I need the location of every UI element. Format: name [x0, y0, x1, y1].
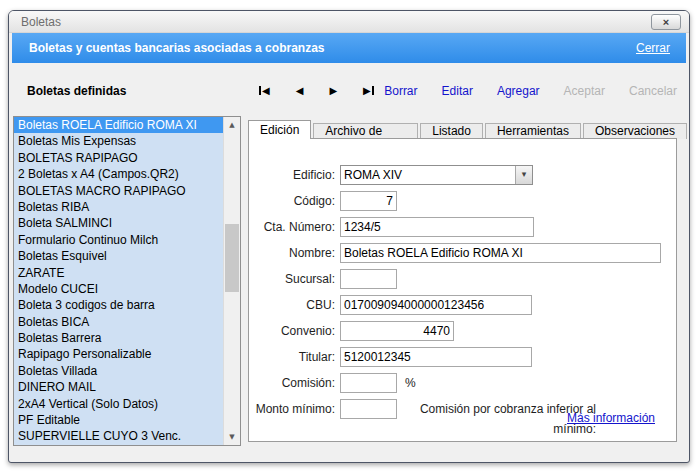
list-item[interactable]: Boletas ROELA Edificio ROMA XI — [14, 117, 223, 133]
agregar-button[interactable]: Agregar — [497, 84, 540, 98]
convenio-label: Convenio: — [249, 321, 335, 341]
arrow-icon: ◀ — [262, 85, 270, 96]
aceptar-button[interactable]: Aceptar — [564, 84, 605, 98]
close-icon: × — [663, 16, 669, 28]
cerrar-link[interactable]: Cerrar — [636, 33, 670, 63]
list-item[interactable]: Rapipago Personalizable — [14, 346, 223, 362]
cbu-row: CBU: — [249, 295, 676, 315]
comision-row: Comisión: % — [249, 373, 676, 393]
cancelar-button[interactable]: Cancelar — [629, 84, 677, 98]
banner-title: Boletas y cuentas bancarias asociadas a … — [29, 33, 324, 63]
codigo-label: Código: — [249, 191, 335, 211]
cbu-label: CBU: — [249, 295, 335, 315]
mas-informacion-link[interactable]: Más información — [567, 411, 655, 425]
scroll-up-icon[interactable]: ▲ — [224, 117, 240, 133]
titular-label: Titular: — [249, 347, 335, 367]
next-record-button[interactable]: ▶ — [329, 83, 337, 97]
boletas-list: Boletas ROELA Edificio ROMA XIBoletas Mi… — [13, 116, 241, 446]
sucursal-input[interactable] — [340, 269, 397, 289]
banner: Boletas y cuentas bancarias asociadas a … — [12, 33, 686, 63]
scroll-down-icon[interactable]: ▼ — [224, 429, 240, 445]
list-title: Boletas definidas — [27, 84, 126, 98]
convenio-row: Convenio: — [249, 321, 676, 341]
sucursal-label: Sucursal: — [249, 269, 335, 289]
comision-input[interactable] — [340, 373, 397, 393]
edificio-value[interactable] — [341, 166, 516, 184]
borrar-button[interactable]: Borrar — [384, 84, 417, 98]
first-record-button[interactable]: ◀ — [259, 83, 270, 97]
editar-button[interactable]: Editar — [442, 84, 473, 98]
titlebar: Boletas × — [9, 11, 689, 33]
record-nav: ◀◀▶▶ — [259, 83, 374, 97]
list-item[interactable]: 2 Boletas x A4 (Campos.QR2) — [14, 166, 223, 182]
list-item[interactable]: Boletas BICA — [14, 314, 223, 330]
list-item[interactable]: Modelo CUCEI — [14, 281, 223, 297]
last-record-button[interactable]: ▶ — [363, 83, 374, 97]
comision-inferior-input[interactable] — [340, 399, 397, 419]
list-item[interactable]: Boletas RIBA — [14, 199, 223, 215]
percent-suffix: % — [405, 373, 416, 393]
list-item[interactable]: Formulario Continuo Milch — [14, 232, 223, 248]
scrollbar-thumb[interactable] — [225, 224, 239, 292]
cbu-input[interactable] — [340, 295, 532, 315]
nombre-input[interactable] — [340, 243, 661, 263]
tab-edicion[interactable]: Edición — [248, 120, 311, 139]
edicion-panel: Edificio: ▾ Código: Cta. Número: Nombre:… — [248, 138, 677, 442]
edificio-dropdown-button[interactable]: ▾ — [515, 166, 532, 184]
list-rows: Boletas ROELA Edificio ROMA XIBoletas Mi… — [14, 117, 223, 445]
list-item[interactable]: 2xA4 Vertical (Solo Datos) — [14, 396, 223, 412]
cta-numero-label: Cta. Número: — [249, 217, 335, 237]
tab-listado[interactable]: Listado — [420, 123, 483, 139]
prev-record-button[interactable]: ◀ — [296, 83, 304, 97]
monto-minimo-label: Monto mínimo: — [249, 399, 335, 419]
sucursal-row: Sucursal: — [249, 269, 676, 289]
list-item[interactable]: Boletas Barrera — [14, 330, 223, 346]
list-item[interactable]: BOLETAS RAPIPAGO — [14, 150, 223, 166]
tab-strip: EdiciónArchivo de diseñoListadoHerramien… — [248, 120, 689, 139]
nombre-label: Nombre: — [249, 243, 335, 263]
tab-herramientas[interactable]: Herramientas — [485, 123, 581, 139]
comision-label: Comisión: — [249, 373, 335, 393]
window-title: Boletas — [21, 11, 61, 33]
action-buttons: BorrarEditarAgregarAceptarCancelar — [384, 84, 677, 98]
list-item[interactable]: DINERO MAIL — [14, 379, 223, 395]
list-item[interactable]: Boleta 3 codigos de barra — [14, 297, 223, 313]
list-item[interactable]: Boletas Mis Expensas — [14, 133, 223, 149]
titular-input[interactable] — [340, 347, 532, 367]
convenio-input[interactable] — [340, 321, 454, 341]
arrow-icon: ▶ — [363, 85, 371, 96]
cta-numero-row: Cta. Número: — [249, 217, 676, 237]
list-item[interactable]: Boletas Esquivel — [14, 248, 223, 264]
codigo-row: Código: — [249, 191, 676, 211]
tab-archivo-de-diseno[interactable]: Archivo de diseño — [313, 123, 418, 139]
list-item[interactable]: PF Editable — [14, 412, 223, 428]
cta-numero-input[interactable] — [340, 217, 534, 237]
nombre-row: Nombre: — [249, 243, 676, 263]
arrow-icon: ◀ — [296, 85, 304, 96]
edificio-row: Edificio: ▾ — [249, 165, 676, 185]
list-item[interactable]: SUPERVIELLE CUYO 3 Venc. — [14, 428, 223, 444]
titular-row: Titular: — [249, 347, 676, 367]
list-item[interactable]: ZARATE — [14, 265, 223, 281]
list-item[interactable]: Boleta SALMINCI — [14, 215, 223, 231]
edificio-label: Edificio: — [249, 165, 335, 185]
list-item[interactable]: BOLETAS MACRO RAPIPAGO — [14, 183, 223, 199]
edificio-select[interactable]: ▾ — [340, 165, 533, 185]
list-item[interactable]: Boletas Villada — [14, 363, 223, 379]
codigo-input[interactable] — [340, 191, 397, 211]
boletas-window: Boletas × Boletas y cuentas bancarias as… — [8, 10, 690, 463]
chevron-down-icon: ▾ — [522, 169, 527, 179]
tab-observaciones[interactable]: Observaciones — [583, 123, 687, 139]
list-scrollbar[interactable]: ▲ ▼ — [223, 117, 240, 445]
window-close-button[interactable]: × — [651, 14, 681, 30]
arrow-icon: ▶ — [329, 85, 337, 96]
